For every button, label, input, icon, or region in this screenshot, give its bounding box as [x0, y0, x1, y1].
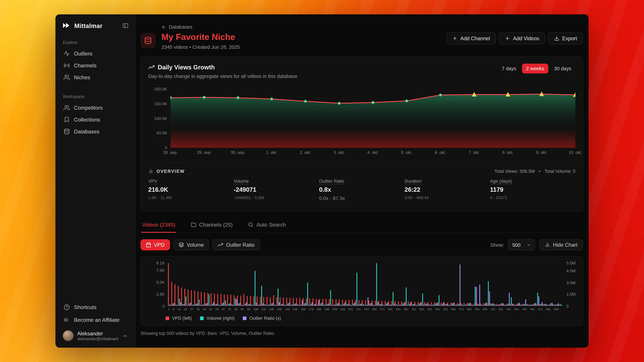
sidebar-item-collections[interactable]: Collections: [60, 114, 130, 125]
volume-bar: [209, 294, 210, 306]
vpd-bar: [441, 302, 442, 306]
volume-bar: [291, 305, 292, 306]
volume-bar: [458, 304, 459, 306]
vpd-bar: [394, 301, 396, 306]
line-chart-plot[interactable]: [170, 87, 576, 149]
vpd-metric-button[interactable]: VPD: [140, 239, 170, 250]
range-button-7-days[interactable]: 7 days: [498, 64, 520, 73]
vpd-bar: [510, 304, 510, 306]
bar-cluster: [536, 263, 539, 306]
bar-cluster: [500, 263, 503, 306]
volume-bar: [537, 293, 538, 306]
x-axis-tick: 261: [372, 308, 377, 311]
vpd-bar: [358, 300, 360, 306]
volume-bar: [521, 305, 522, 306]
sidebar-item-competitors[interactable]: Competitors: [60, 102, 130, 114]
volume-bar: [508, 304, 508, 306]
volume-bar: [445, 304, 446, 306]
volume-bar: [350, 305, 351, 306]
stats-grid: VPV216.0K1.6K - 11.4MVolume-249071-14488…: [148, 178, 576, 211]
vpd-bar: [349, 300, 350, 306]
add-videos-button[interactable]: Add Videos: [499, 32, 545, 44]
legend-swatch: [200, 316, 204, 320]
x-axis-tick: 43: [203, 308, 206, 311]
sidebar-item-channels[interactable]: Channels: [60, 59, 130, 71]
vpd-bar: [280, 297, 280, 306]
bar-cluster: [358, 263, 362, 306]
volume-bar: [182, 304, 183, 306]
videos-bar-chart-card: 9.1K7.5K5.0K2.5K0 5.5M4.5M3.0M1.5M0 1612…: [140, 256, 583, 326]
vpd-bar: [257, 297, 258, 306]
bar-cluster: [266, 263, 270, 306]
vpd-bar: [438, 302, 438, 306]
bar-cluster: [276, 263, 280, 306]
sidebar-item-shortcuts[interactable]: Shortcuts: [60, 301, 130, 314]
vpd-bar: [214, 294, 215, 306]
x-axis-tick: 83: [234, 308, 238, 311]
tab-auto-search[interactable]: Auto Search: [247, 222, 286, 232]
bar-cluster: [303, 263, 306, 306]
vpd-bar: [503, 304, 504, 306]
bar-cluster: [198, 263, 201, 306]
volume-bar: [540, 304, 541, 306]
x-axis-tick: 461: [530, 308, 535, 311]
vpd-bar: [227, 295, 228, 306]
stat-value: 216.0K: [148, 186, 234, 193]
vpd-bar: [513, 304, 514, 306]
bar-cluster: [194, 263, 198, 306]
sidebar-item-label: Collections: [74, 117, 100, 123]
volume-bar: [501, 303, 502, 306]
sidebar-footer: Shortcuts Become an Affiliate Aleksander…: [60, 301, 130, 343]
bar-cluster: [464, 263, 467, 306]
vpd-bar: [414, 302, 415, 306]
vpd-bar: [421, 302, 422, 306]
vpd-bar: [362, 300, 363, 306]
affiliate-label: Become an Affiliate: [74, 317, 120, 323]
bar-cluster: [254, 263, 257, 306]
range-button-2-weeks[interactable]: 2 weeks: [522, 64, 548, 73]
hide-chart-label: Hide Chart: [553, 242, 578, 248]
volume-bar: [399, 304, 400, 306]
user-menu[interactable]: Aleksander aleksander@mittalmarhq....: [60, 326, 130, 343]
export-button[interactable]: Export: [548, 32, 583, 44]
x-axis-tick: 138: [277, 308, 282, 311]
hide-chart-button[interactable]: Hide Chart: [539, 239, 583, 250]
legend-label: Volume (right): [206, 316, 234, 321]
vpd-bar: [418, 302, 418, 306]
bar-cluster: [516, 263, 520, 306]
volume-metric-button[interactable]: Volume: [173, 239, 209, 250]
bar-cluster: [184, 263, 188, 306]
x-axis-tick: 188: [317, 308, 322, 311]
sidebar-item-affiliate[interactable]: Become an Affiliate: [60, 314, 130, 326]
vpd-bar: [296, 298, 297, 306]
show-label: Show:: [490, 242, 504, 248]
range-button-30-days[interactable]: 30 days: [550, 64, 576, 73]
add-channel-button[interactable]: Add Channel: [446, 32, 496, 44]
tab-channels-25[interactable]: Channels (25): [190, 222, 234, 232]
bar-cluster: [530, 263, 533, 306]
volume-bar: [297, 304, 298, 306]
show-count-select[interactable]: 500: [508, 239, 535, 250]
breadcrumb[interactable]: Databases: [161, 24, 240, 30]
bar-chart-right-axis: 5.5M4.5M3.0M1.5M0: [562, 263, 580, 306]
volume-bar: [304, 303, 305, 306]
sidebar-section-workspace: WorkspaceCompetitorsCollectionsDatabases: [60, 94, 130, 138]
outlier-ratio-metric-button[interactable]: Outlier Ratio: [212, 239, 260, 250]
bar-cluster: [457, 263, 460, 306]
volume-bar: [527, 304, 528, 306]
total-volume: Total Volume: 0: [544, 169, 576, 174]
volume-bar: [514, 305, 515, 306]
stat-age-days: Age (days)11794 - 20371: [490, 178, 576, 201]
sidebar-item-niches[interactable]: Niches: [60, 71, 130, 83]
sidebar-item-outliers[interactable]: Outliers: [60, 48, 130, 59]
show-count-value: 500: [512, 242, 520, 248]
sidebar-item-databases[interactable]: Databases: [60, 125, 130, 137]
vpd-bar: [293, 298, 294, 306]
vpd-bar: [290, 298, 290, 306]
bar-cluster: [263, 263, 267, 306]
sidebar-toggle-icon[interactable]: [122, 22, 129, 28]
tab-videos-2345[interactable]: Videos (2345): [141, 222, 176, 232]
bar-plot[interactable]: [168, 263, 562, 306]
volume-bar: [242, 305, 242, 306]
x-axis-tick: 241: [356, 308, 361, 311]
